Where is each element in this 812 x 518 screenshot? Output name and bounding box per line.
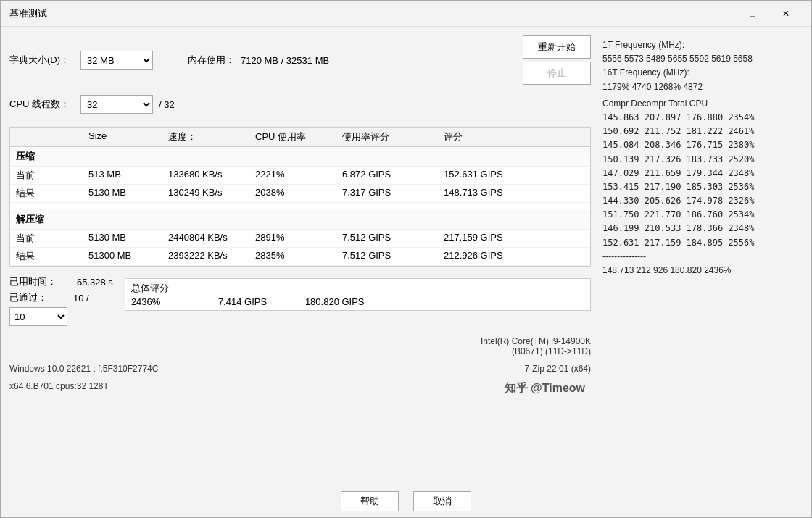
col-name xyxy=(16,130,88,143)
right-data-row: 153.415 217.190 185.303 2536% xyxy=(602,180,800,194)
right-data-rows: 145.863 207.897 176.880 2354%150.692 211… xyxy=(602,111,800,250)
titlebar-buttons: — □ ✕ xyxy=(703,3,803,25)
decompress-result-name: 结果 xyxy=(16,250,88,263)
zip-info: 7-Zip 22.01 (x64) xyxy=(525,364,591,374)
compress-current-speed: 133680 KB/s xyxy=(168,169,255,182)
decompress-current-speed: 2440804 KB/s xyxy=(168,232,255,245)
elapsed-value: 65.328 s xyxy=(77,277,113,288)
right-data-row: 151.750 221.770 186.760 2534% xyxy=(602,208,800,222)
spacer-row xyxy=(10,203,590,210)
right-data-row: 145.084 208.346 176.715 2380% xyxy=(602,138,800,152)
total-values-row: 2436% 7.414 GIPS 180.820 GIPS xyxy=(131,296,584,307)
right-summary: 148.713 212.926 180.820 2436% xyxy=(602,264,800,277)
cpu-threads-row: CPU 线程数： 32 / 32 xyxy=(9,95,591,114)
right-data-row: 150.139 217.326 183.733 2520% xyxy=(602,153,800,167)
freq-16t-values: 1179% 4740 1268% 4872 xyxy=(602,80,800,94)
cpu-threads-label: CPU 线程数： xyxy=(9,98,75,111)
table-header-row: Size 速度： CPU 使用率 使用率评分 评分 xyxy=(10,128,590,147)
os-info: Windows 10.0 22621 : f:5F310F2774C xyxy=(9,364,158,374)
right-data-row: 144.330 205.626 174.978 2326% xyxy=(602,194,800,208)
right-data-row: 147.029 211.659 179.344 2348% xyxy=(602,167,800,180)
col-cpu: CPU 使用率 xyxy=(255,130,342,143)
dialog-footer: 帮助 取消 xyxy=(1,485,811,517)
compress-result-rating: 7.317 GIPS xyxy=(342,187,444,200)
memory-value: 7120 MB / 32531 MB xyxy=(241,55,329,66)
main-window: 基准测试 — □ ✕ 字典大小(D)： 32 MB 内存使用： 7120 MB … xyxy=(0,0,812,518)
decompress-current-cpu: 2891% xyxy=(255,232,342,245)
total-score: 180.820 GIPS xyxy=(305,296,407,307)
stats-area: 已用时间： 65.328 s 已通过： 10 / 10 总体评分 xyxy=(9,275,591,326)
decompress-result-score: 212.926 GIPS xyxy=(444,250,538,263)
cancel-button[interactable]: 取消 xyxy=(413,491,471,511)
compress-result-size: 5130 MB xyxy=(88,187,168,200)
right-data-row: 145.863 207.897 176.880 2354% xyxy=(602,111,800,125)
compress-current-rating: 6.872 GIPS xyxy=(342,169,444,182)
compress-current-row: 当前 513 MB 133680 KB/s 2221% 6.872 GIPS 1… xyxy=(10,167,590,185)
stop-button[interactable]: 停止 xyxy=(523,62,591,85)
compress-current-size: 513 MB xyxy=(88,169,168,182)
right-data-row: 150.692 211.752 181.222 2461% xyxy=(602,125,800,138)
dict-size-row: 字典大小(D)： 32 MB 内存使用： 7120 MB / 32531 MB … xyxy=(9,35,591,85)
passed-label: 已通过： xyxy=(9,291,47,304)
memory-value-text: 7120 MB / 32531 MB xyxy=(241,55,329,66)
watermark: 知乎 @Timeow xyxy=(505,381,591,396)
compress-current-score: 152.631 GIPS xyxy=(444,169,538,182)
cpu-threads-select[interactable]: 32 xyxy=(80,95,153,114)
total-label: 总体评分 xyxy=(131,282,584,295)
compress-result-cpu: 2038% xyxy=(255,187,342,200)
restart-button[interactable]: 重新开始 xyxy=(523,35,591,59)
close-button[interactable]: ✕ xyxy=(769,3,803,25)
decompress-result-cpu: 2835% xyxy=(255,250,342,263)
maximize-button[interactable]: □ xyxy=(736,3,769,25)
col-score: 评分 xyxy=(444,130,538,143)
decompress-current-name: 当前 xyxy=(16,232,88,245)
dict-size-select[interactable]: 32 MB xyxy=(80,51,153,70)
decompress-section-label: 解压缩 xyxy=(10,210,590,230)
cpu-info-block: Intel(R) Core(TM) i9-14900K (B0671) (11D… xyxy=(481,336,591,356)
cpu-info-line2: (B0671) (11D->11D) xyxy=(481,346,591,356)
passed-value: 10 / xyxy=(73,293,89,304)
compress-section-label: 压缩 xyxy=(10,147,590,167)
decompress-result-row: 结果 51300 MB 2393222 KB/s 2835% 7.512 GIP… xyxy=(10,248,590,266)
progress-select[interactable]: 10 xyxy=(9,307,67,326)
left-panel: 字典大小(D)： 32 MB 内存使用： 7120 MB / 32531 MB … xyxy=(9,35,591,476)
passed-row: 已通过： 10 / xyxy=(9,291,113,304)
right-panel: 1T Frequency (MHz): 5556 5573 5489 5655 … xyxy=(600,35,803,476)
compress-current-name: 当前 xyxy=(16,169,88,182)
right-data-row: 146.199 210.533 178.366 2348% xyxy=(602,222,800,235)
help-button[interactable]: 帮助 xyxy=(341,491,399,511)
content-area: 字典大小(D)： 32 MB 内存使用： 7120 MB / 32531 MB … xyxy=(1,27,811,485)
decompress-current-rating: 7.512 GIPS xyxy=(342,232,444,245)
freq-1t-values: 5556 5573 5489 5655 5592 5619 5658 xyxy=(602,52,800,66)
col-headers: Compr Decompr Total CPU xyxy=(602,97,800,111)
elapsed-passed-area: 已用时间： 65.328 s 已通过： 10 / 10 xyxy=(9,275,113,326)
arch-info: x64 6.B701 cpus:32 128T xyxy=(9,381,109,396)
compress-result-row: 结果 5130 MB 130249 KB/s 2038% 7.317 GIPS … xyxy=(10,185,590,203)
minimize-button[interactable]: — xyxy=(703,3,736,25)
benchmark-table: Size 速度： CPU 使用率 使用率评分 评分 压缩 当前 513 MB 1… xyxy=(9,127,591,267)
freq-1t-label: 1T Frequency (MHz): xyxy=(602,38,800,52)
col-rating: 使用率评分 xyxy=(342,130,444,143)
decompress-current-row: 当前 5130 MB 2440804 KB/s 2891% 7.512 GIPS… xyxy=(10,230,590,248)
col-size: Size xyxy=(88,130,168,143)
memory-label: 内存使用： xyxy=(188,54,235,67)
os-zip-row: Windows 10.0 22621 : f:5F310F2774C 7-Zip… xyxy=(9,364,591,374)
decompress-current-score: 217.159 GIPS xyxy=(444,232,538,245)
compress-current-cpu: 2221% xyxy=(255,169,342,182)
arch-watermark-row: x64 6.B701 cpus:32 128T 知乎 @Timeow xyxy=(9,381,591,396)
cpu-info-line1: Intel(R) Core(TM) i9-14900K xyxy=(481,336,591,346)
col-speed: 速度： xyxy=(168,130,255,143)
dict-size-label: 字典大小(D)： xyxy=(9,54,75,67)
decompress-current-size: 5130 MB xyxy=(88,232,168,245)
right-separator: --------------- xyxy=(602,250,800,264)
elapsed-row: 已用时间： 65.328 s xyxy=(9,275,113,288)
decompress-result-speed: 2393222 KB/s xyxy=(168,250,255,263)
decompress-result-rating: 7.512 GIPS xyxy=(342,250,444,263)
total-cpu: 2436% xyxy=(131,296,218,307)
elapsed-label: 已用时间： xyxy=(9,275,57,288)
total-rating: 7.414 GIPS xyxy=(218,296,305,307)
right-data-row: 152.631 217.159 184.895 2556% xyxy=(602,236,800,250)
window-title: 基准测试 xyxy=(9,7,703,20)
compress-result-speed: 130249 KB/s xyxy=(168,187,255,200)
decompress-result-size: 51300 MB xyxy=(88,250,168,263)
